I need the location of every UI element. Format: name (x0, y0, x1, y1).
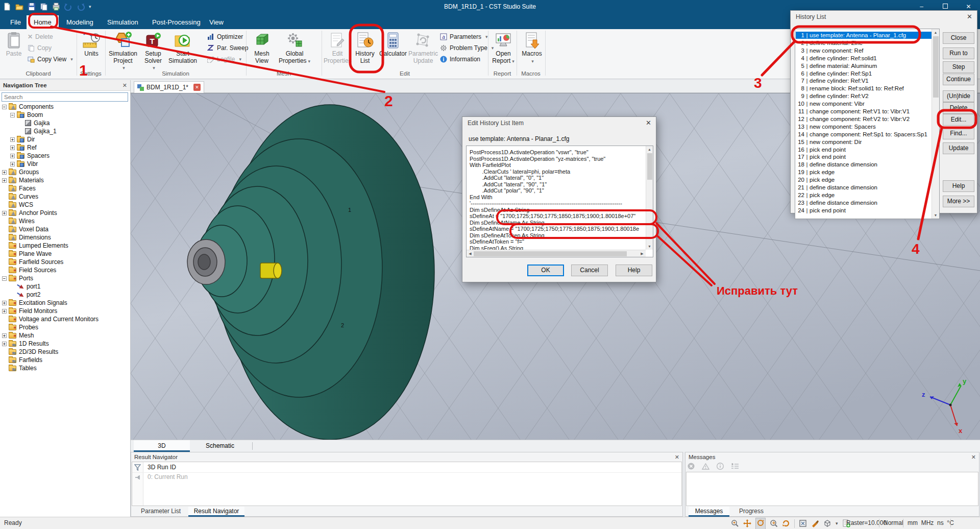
history-item-19[interactable]: 19|pick edge (796, 169, 932, 176)
tree-item-plane-wave[interactable]: *Plane Wave (2, 250, 52, 258)
history-item-22[interactable]: 22|pick edge (796, 191, 932, 199)
history-edit-button[interactable]: Edit... (943, 114, 974, 126)
history-item-18[interactable]: 18|define distance dimension (796, 161, 932, 168)
message-filter-icon[interactable] (731, 463, 739, 469)
history-item-20[interactable]: 20|pick edge (796, 176, 932, 183)
expand-icon[interactable]: + (2, 309, 7, 314)
tab-modeling[interactable]: Modeling (59, 15, 101, 29)
current-run-row[interactable]: 0: Current Run (148, 473, 188, 480)
history-run-to-button[interactable]: Run to (943, 47, 974, 59)
tree-item-lumped-elements[interactable]: *Lumped Elements (2, 242, 68, 250)
tree-item-anchor-points[interactable]: +Anchor Points (2, 209, 57, 217)
tab-file[interactable]: File (3, 15, 28, 29)
history-item-14[interactable]: 14|change component: Ref:Sp1 to: Spacers… (796, 131, 932, 138)
document-tab-close-icon[interactable]: ✕ (193, 84, 201, 91)
tree-item-port1[interactable]: port1 (10, 282, 40, 291)
tree-item-curves[interactable]: Curves (2, 193, 38, 201)
tree-item-materials[interactable]: +Materials (2, 176, 44, 184)
tree-item-field-monitors[interactable]: +*Field Monitors (2, 307, 57, 315)
tree-item-boom[interactable]: −Boom (10, 111, 43, 119)
history-item-17[interactable]: 17|pick end point (796, 153, 932, 160)
status-units[interactable]: mm MHz ns °C (908, 519, 954, 526)
expand-icon[interactable]: + (2, 333, 7, 338)
expand-icon[interactable]: + (10, 162, 15, 166)
yellow-feed-cylinder[interactable] (260, 263, 282, 278)
history-delete-button[interactable]: Delete (943, 102, 974, 114)
tree-item-spacers[interactable]: +Spacers (10, 152, 50, 160)
spin-icon[interactable] (782, 519, 790, 527)
tree-item-2d-3d-results[interactable]: ≈2D/3D Results (2, 348, 58, 356)
tree-item-voltage-and-current-monitors[interactable]: *Voltage and Current Monitors (2, 315, 99, 323)
tree-item-tables[interactable]: ≈Tables (2, 364, 37, 372)
expand-icon[interactable]: + (2, 178, 7, 183)
expand-icon[interactable]: + (2, 170, 7, 175)
tree-item-ports[interactable]: −*Ports (2, 274, 33, 282)
history-item-12[interactable]: 12|change component: Ref:V2 to: Vibr:V2 (796, 115, 932, 123)
expand-icon[interactable]: + (10, 137, 15, 142)
history-item-7[interactable]: 7|define cylinder: Ref:V1 (796, 77, 932, 84)
tree-item-voxel-data[interactable]: Voxel Data (2, 225, 48, 233)
tab-post-processing[interactable]: Post-Processing (145, 15, 208, 29)
history-list[interactable]: 1|use template: Antenna - Planar_1.cfg2|… (795, 29, 940, 219)
tab-3d[interactable]: 3D (134, 440, 190, 452)
problem-type-button[interactable]: Problem Type (440, 43, 494, 53)
parametric-update-button[interactable]: Parametric Update (408, 30, 438, 70)
bounding-box-caret-icon[interactable]: ▾ (836, 521, 838, 526)
history-item-13[interactable]: 13|new component: Spacers (796, 123, 932, 130)
history-item-1[interactable]: 1|use template: Antenna - Planar_1.cfg (796, 32, 932, 39)
history-find-button[interactable]: Find... (943, 128, 974, 139)
document-tab[interactable]: BDM_1R1D_1* ✕ (134, 81, 204, 93)
history-item-3[interactable]: 3|new component: Ref (796, 47, 932, 54)
tree-item-dimensions[interactable]: Dimensions (2, 233, 51, 242)
tree-item-faces[interactable]: Faces (2, 184, 36, 193)
history-update-button[interactable]: Update (943, 142, 974, 154)
tree-item-field-sources[interactable]: *Field Sources (2, 266, 56, 274)
history-item-5[interactable]: 5|define material: Aluminum (796, 62, 932, 69)
history-item-8[interactable]: 8|rename block: Ref:solid1 to: Ref:Ref (796, 85, 932, 92)
cancel-button[interactable]: Cancel (571, 264, 608, 276)
history-vscrollbar[interactable]: ▲ ▼ (932, 29, 939, 219)
tree-item-gajka[interactable]: Gajka (18, 119, 50, 127)
tab-simulation[interactable]: Simulation (100, 15, 145, 29)
status-raster[interactable]: Raster=10.000 (846, 519, 887, 526)
history-item-15[interactable]: 15|new component: Dir (796, 138, 932, 146)
logfile-button[interactable]: Logfile (207, 54, 241, 64)
run-id-column-header[interactable]: 3D Run ID (148, 464, 176, 471)
ok-button[interactable]: OK (527, 264, 564, 276)
history-item-21[interactable]: 21|define distance dimension (796, 184, 932, 191)
messages-close-icon[interactable]: ✕ (971, 452, 976, 462)
delete-button[interactable]: ✕Delete (28, 32, 53, 42)
collapse-icon[interactable]: − (10, 113, 15, 117)
tab-result-navigator[interactable]: Result Navigator (188, 507, 244, 517)
tree-item-dir[interactable]: +Dir (10, 135, 35, 143)
tree-item-ref[interactable]: +Ref (10, 143, 37, 152)
tree-item-farfield-sources[interactable]: *Farfield Sources (2, 258, 63, 266)
collapse-icon[interactable]: − (2, 105, 7, 109)
history-item-24[interactable]: 24|pick end point (796, 207, 932, 214)
expand-icon[interactable]: + (2, 301, 7, 305)
open-report-button[interactable]: Open Report (490, 30, 517, 70)
tree-item-port2[interactable]: port2 (10, 291, 40, 299)
copy-view-button[interactable]: Copy View (28, 54, 73, 64)
info-filter-icon[interactable] (717, 463, 724, 470)
expand-icon[interactable]: + (2, 342, 7, 346)
information-button[interactable]: iInformation (440, 54, 480, 64)
pan-icon[interactable] (743, 519, 751, 527)
expand-icon[interactable]: + (10, 154, 15, 158)
history-step-button[interactable]: Step (943, 61, 974, 73)
tab-progress[interactable]: Progress (732, 507, 770, 517)
help-button[interactable]: Help (616, 264, 652, 276)
filter-funnel-icon[interactable] (134, 464, 141, 471)
code-hscrollbar[interactable]: ◀ ▶ (467, 250, 646, 257)
copy-button[interactable]: Copy (28, 43, 52, 53)
history-item-11[interactable]: 11|change component: Ref:V1 to: Vibr:V1 (796, 108, 932, 115)
expand-icon[interactable]: + (2, 211, 7, 215)
errors-filter-icon[interactable] (688, 463, 695, 470)
tree-item-components[interactable]: −Components (2, 103, 54, 111)
macros-button[interactable]: Macros (519, 30, 545, 70)
history-item-6[interactable]: 6|define cylinder: Ref:Sp1 (796, 70, 932, 77)
status-render-mode[interactable]: Normal (884, 519, 903, 526)
history-list-button[interactable]: History List (353, 30, 377, 70)
search-input[interactable] (2, 92, 128, 102)
history-close-button[interactable]: Close (943, 32, 974, 44)
